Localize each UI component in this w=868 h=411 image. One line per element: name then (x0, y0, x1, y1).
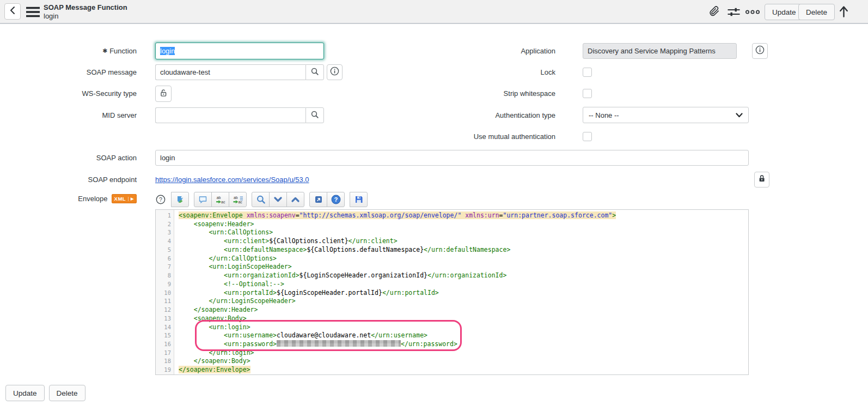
soap-endpoint-lock-button[interactable] (754, 172, 769, 188)
form-header: SOAP Message Function login Update Delet… (0, 0, 868, 24)
save-icon (354, 195, 363, 204)
scroll-to-top-icon[interactable] (838, 5, 849, 18)
line-number: 8 (156, 271, 174, 280)
code-line[interactable]: </soapenv:Body> (179, 357, 748, 366)
lock-checkbox[interactable] (583, 68, 592, 77)
find-previous-button[interactable] (286, 192, 304, 207)
code-line[interactable]: </soapenv:Header> (179, 306, 748, 315)
editor-code-area[interactable]: <soapenv:Envelope xmlns:soapenv="http://… (174, 210, 748, 374)
code-line[interactable]: <soapenv:Body> (179, 315, 748, 323)
record-name-subtitle: login (44, 12, 127, 21)
back-button[interactable] (4, 3, 21, 20)
line-number: 10 (156, 289, 174, 298)
ws-security-unlock-button[interactable] (155, 86, 172, 102)
soap-endpoint-link[interactable]: https://login.salesforce.com/services/So… (155, 172, 309, 188)
code-line[interactable]: <urn:password></urn:password> (179, 340, 748, 349)
line-number: 2 (156, 220, 174, 229)
code-line[interactable]: <soapenv:Envelope xmlns:soapenv="http://… (179, 211, 748, 220)
envelope-label: Envelope (78, 195, 107, 203)
application-label: Application (425, 43, 569, 59)
function-label: ✱Function (0, 43, 146, 59)
comment-button[interactable] (194, 192, 212, 207)
authentication-type-value: -- None -- (589, 111, 619, 119)
soap-endpoint-label: SOAP endpoint (0, 172, 146, 188)
replace-all-button[interactable]: abac (229, 192, 247, 207)
soap-message-input[interactable] (155, 64, 305, 80)
find-next-icon (273, 196, 283, 203)
application-info-button[interactable] (752, 43, 768, 59)
delete-button[interactable]: Delete (798, 4, 835, 20)
update-button[interactable]: Update (765, 4, 804, 20)
code-line[interactable]: <urn:client>${CallOptions.client}</urn:c… (179, 237, 748, 246)
editor-line-number-gutter: 12345678910111213141516171819 (156, 210, 174, 374)
line-number: 4 (156, 237, 174, 246)
update-button-bottom[interactable]: Update (5, 385, 45, 401)
unlock-icon (159, 88, 168, 100)
mid-server-lookup-button[interactable] (305, 107, 324, 123)
code-line[interactable]: <urn:LoginScopeHeader> (179, 263, 748, 271)
code-line[interactable]: <urn:organizationId>${LoginScopeHeader.o… (179, 271, 748, 280)
authentication-type-select[interactable]: -- None -- (583, 107, 749, 123)
strip-whitespace-checkbox[interactable] (583, 89, 592, 98)
code-line[interactable]: <urn:login> (179, 323, 748, 332)
mid-server-label: MID server (0, 107, 146, 123)
envelope-editor-toolbar: ?abacabac? (155, 192, 368, 207)
find-next-button[interactable] (269, 192, 287, 207)
soap-action-input[interactable] (155, 150, 749, 166)
mid-server-input[interactable] (155, 107, 305, 123)
context-menu-icon[interactable] (26, 7, 40, 20)
line-number: 16 (156, 340, 174, 349)
redacted-password-blur (277, 340, 401, 347)
code-line[interactable]: </soapenv:Envelope> (179, 366, 748, 374)
more-options-icon[interactable] (745, 9, 760, 15)
format-code-icon (176, 195, 185, 204)
lock-icon (757, 174, 766, 185)
line-number: 18 (156, 357, 174, 366)
envelope-editor[interactable]: 12345678910111213141516171819 <soapenv:E… (155, 209, 749, 375)
personalize-form-icon[interactable] (727, 7, 741, 17)
soap-message-function-page: SOAP Message Function login Update Delet… (0, 0, 868, 411)
save-button[interactable] (350, 192, 368, 207)
soap-action-label: SOAP action (0, 150, 146, 166)
replace-button[interactable]: abac (211, 192, 229, 207)
soap-message-lookup-button[interactable] (305, 64, 324, 80)
ws-security-type-label: WS-Security type (0, 86, 146, 101)
xml-syntax-badge[interactable]: XML▶ (112, 194, 137, 203)
chevron-down-icon (736, 111, 743, 119)
comment-icon (198, 195, 207, 204)
help-docs-icon: ? (331, 195, 341, 204)
help-docs-button[interactable]: ? (327, 192, 345, 207)
search-button[interactable] (252, 192, 270, 207)
envelope-label-row: Envelope XML▶ (0, 194, 146, 203)
use-mutual-authentication-checkbox[interactable] (583, 132, 592, 141)
code-line[interactable]: <!--Optional:--> (179, 280, 748, 289)
code-line[interactable]: <urn:username>cloudaware@cloudaware.net<… (179, 331, 748, 340)
lock-label: Lock (425, 64, 569, 80)
record-type-title: SOAP Message Function (44, 3, 127, 12)
code-line[interactable]: </urn:login> (179, 349, 748, 358)
line-number: 13 (156, 315, 174, 323)
use-mutual-authentication-label: Use mutual authentication (425, 129, 569, 144)
format-code-button[interactable] (171, 192, 189, 207)
line-number: 17 (156, 349, 174, 358)
code-line[interactable]: <soapenv:Header> (179, 220, 748, 229)
line-number: 6 (156, 255, 174, 263)
attachment-icon[interactable] (708, 5, 720, 18)
svg-text:ab: ab (217, 195, 221, 199)
line-number: 3 (156, 228, 174, 237)
code-line[interactable]: <urn:CallOptions> (179, 228, 748, 237)
page-title: SOAP Message Function login (44, 3, 127, 21)
find-previous-icon (291, 196, 300, 203)
code-line[interactable]: <urn:portalId>${LoginScopeHeader.portalI… (179, 289, 748, 298)
delete-button-bottom[interactable]: Delete (49, 385, 85, 401)
search-icon (256, 195, 266, 204)
open-in-new-window-button[interactable] (309, 192, 327, 207)
soap-message-preview-button[interactable] (327, 64, 343, 80)
code-line[interactable]: <urn:defaultNamespace>${CallOptions.defa… (179, 246, 748, 255)
code-line[interactable]: </urn:CallOptions> (179, 255, 748, 263)
help-button[interactable]: ? (155, 192, 166, 207)
function-input[interactable]: login (155, 43, 324, 59)
line-number: 1 (156, 211, 174, 220)
code-line[interactable]: </urn:LoginScopeHeader> (179, 297, 748, 306)
soap-message-label: SOAP message (0, 64, 146, 80)
